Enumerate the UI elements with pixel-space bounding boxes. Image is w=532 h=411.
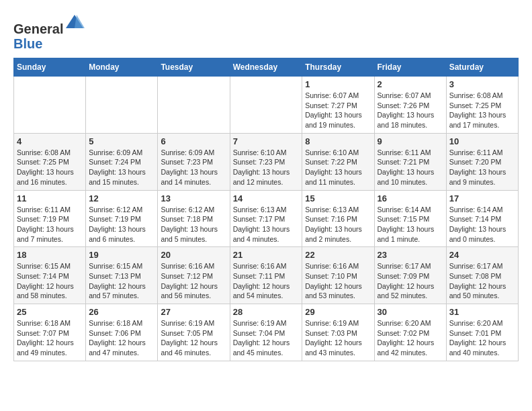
logo-general: General	[13, 21, 63, 36]
day-number: 16	[378, 193, 443, 203]
day-info: Sunrise: 6:19 AMSunset: 7:03 PMDaylight:…	[305, 318, 371, 358]
day-info: Sunrise: 6:11 AMSunset: 7:20 PMDaylight:…	[449, 148, 515, 187]
day-number: 29	[305, 307, 371, 317]
calendar-week-row: 1Sunrise: 6:07 AMSunset: 7:27 PMDaylight…	[14, 77, 519, 134]
day-info: Sunrise: 6:15 AMSunset: 7:14 PMDaylight:…	[17, 261, 83, 301]
calendar-cell: 9Sunrise: 6:11 AMSunset: 7:21 PMDaylight…	[374, 133, 446, 190]
day-number: 25	[17, 307, 83, 317]
day-info: Sunrise: 6:10 AMSunset: 7:23 PMDaylight:…	[233, 148, 300, 187]
calendar-cell: 10Sunrise: 6:11 AMSunset: 7:20 PMDayligh…	[446, 133, 518, 190]
calendar-cell: 20Sunrise: 6:16 AMSunset: 7:12 PMDayligh…	[158, 247, 230, 304]
day-info: Sunrise: 6:07 AMSunset: 7:26 PMDaylight:…	[378, 91, 443, 130]
day-number: 18	[17, 250, 83, 260]
weekday-header: Wednesday	[230, 58, 302, 77]
day-number: 5	[89, 136, 154, 146]
day-number: 12	[89, 193, 154, 203]
day-number: 30	[378, 307, 443, 317]
calendar-cell: 15Sunrise: 6:13 AMSunset: 7:16 PMDayligh…	[302, 190, 374, 247]
svg-marker-1	[75, 15, 85, 28]
day-info: Sunrise: 6:08 AMSunset: 7:25 PMDaylight:…	[17, 148, 83, 187]
day-info: Sunrise: 6:16 AMSunset: 7:11 PMDaylight:…	[233, 261, 300, 301]
calendar-cell	[158, 77, 230, 134]
day-number: 8	[305, 136, 371, 146]
day-number: 15	[305, 193, 371, 203]
calendar-cell: 26Sunrise: 6:18 AMSunset: 7:06 PMDayligh…	[86, 304, 158, 361]
calendar-cell: 16Sunrise: 6:14 AMSunset: 7:15 PMDayligh…	[374, 190, 446, 247]
day-number: 23	[378, 250, 443, 260]
calendar-cell: 11Sunrise: 6:11 AMSunset: 7:19 PMDayligh…	[14, 190, 86, 247]
day-info: Sunrise: 6:07 AMSunset: 7:27 PMDaylight:…	[305, 91, 371, 130]
calendar-cell: 6Sunrise: 6:09 AMSunset: 7:23 PMDaylight…	[158, 133, 230, 190]
calendar-cell: 30Sunrise: 6:20 AMSunset: 7:02 PMDayligh…	[374, 304, 446, 361]
calendar-cell	[86, 77, 158, 134]
day-number: 17	[449, 193, 515, 203]
calendar-cell: 1Sunrise: 6:07 AMSunset: 7:27 PMDaylight…	[302, 77, 374, 134]
weekday-header: Friday	[374, 58, 446, 77]
day-number: 13	[161, 193, 226, 203]
day-number: 3	[449, 79, 515, 89]
day-info: Sunrise: 6:12 AMSunset: 7:18 PMDaylight:…	[161, 205, 226, 244]
calendar-body: 1Sunrise: 6:07 AMSunset: 7:27 PMDaylight…	[14, 77, 519, 361]
day-number: 19	[89, 250, 154, 260]
day-number: 2	[378, 79, 443, 89]
day-number: 4	[17, 136, 83, 146]
day-info: Sunrise: 6:13 AMSunset: 7:17 PMDaylight:…	[233, 205, 300, 244]
day-info: Sunrise: 6:08 AMSunset: 7:25 PMDaylight:…	[449, 91, 515, 130]
calendar-cell: 8Sunrise: 6:10 AMSunset: 7:22 PMDaylight…	[302, 133, 374, 190]
calendar-cell: 24Sunrise: 6:17 AMSunset: 7:08 PMDayligh…	[446, 247, 518, 304]
day-number: 11	[17, 193, 83, 203]
calendar-cell	[14, 77, 86, 134]
day-info: Sunrise: 6:11 AMSunset: 7:19 PMDaylight:…	[17, 205, 83, 244]
calendar-week-row: 11Sunrise: 6:11 AMSunset: 7:19 PMDayligh…	[14, 190, 519, 247]
calendar-header: SundayMondayTuesdayWednesdayThursdayFrid…	[14, 58, 519, 77]
page-header: General Blue	[13, 13, 519, 51]
calendar-cell: 23Sunrise: 6:17 AMSunset: 7:09 PMDayligh…	[374, 247, 446, 304]
calendar-cell: 19Sunrise: 6:15 AMSunset: 7:13 PMDayligh…	[86, 247, 158, 304]
day-number: 27	[161, 307, 226, 317]
day-number: 22	[305, 250, 371, 260]
calendar-cell: 2Sunrise: 6:07 AMSunset: 7:26 PMDaylight…	[374, 77, 446, 134]
day-info: Sunrise: 6:09 AMSunset: 7:24 PMDaylight:…	[89, 148, 154, 187]
calendar-cell: 14Sunrise: 6:13 AMSunset: 7:17 PMDayligh…	[230, 190, 302, 247]
day-info: Sunrise: 6:13 AMSunset: 7:16 PMDaylight:…	[305, 205, 371, 244]
day-number: 1	[305, 79, 371, 89]
day-number: 31	[449, 307, 515, 317]
day-info: Sunrise: 6:19 AMSunset: 7:05 PMDaylight:…	[161, 318, 226, 358]
day-info: Sunrise: 6:17 AMSunset: 7:08 PMDaylight:…	[449, 261, 515, 301]
weekday-header: Tuesday	[158, 58, 230, 77]
day-info: Sunrise: 6:18 AMSunset: 7:07 PMDaylight:…	[17, 318, 83, 358]
weekday-header: Sunday	[14, 58, 86, 77]
day-number: 9	[378, 136, 443, 146]
day-number: 24	[449, 250, 515, 260]
day-info: Sunrise: 6:11 AMSunset: 7:21 PMDaylight:…	[378, 148, 443, 187]
day-info: Sunrise: 6:15 AMSunset: 7:13 PMDaylight:…	[89, 261, 154, 301]
day-info: Sunrise: 6:12 AMSunset: 7:19 PMDaylight:…	[89, 205, 154, 244]
calendar-week-row: 25Sunrise: 6:18 AMSunset: 7:07 PMDayligh…	[14, 304, 519, 361]
day-number: 20	[161, 250, 226, 260]
day-number: 26	[89, 307, 154, 317]
day-info: Sunrise: 6:14 AMSunset: 7:14 PMDaylight:…	[449, 205, 515, 244]
day-number: 21	[233, 250, 300, 260]
calendar-week-row: 18Sunrise: 6:15 AMSunset: 7:14 PMDayligh…	[14, 247, 519, 304]
day-number: 7	[233, 136, 300, 146]
logo-blue: Blue	[13, 36, 42, 51]
calendar-cell: 31Sunrise: 6:20 AMSunset: 7:01 PMDayligh…	[446, 304, 518, 361]
logo-icon	[64, 13, 85, 34]
day-number: 6	[161, 136, 226, 146]
weekday-row: SundayMondayTuesdayWednesdayThursdayFrid…	[14, 58, 519, 77]
calendar-cell: 4Sunrise: 6:08 AMSunset: 7:25 PMDaylight…	[14, 133, 86, 190]
calendar-table: SundayMondayTuesdayWednesdayThursdayFrid…	[13, 58, 519, 361]
weekday-header: Saturday	[446, 58, 518, 77]
day-number: 14	[233, 193, 300, 203]
day-info: Sunrise: 6:18 AMSunset: 7:06 PMDaylight:…	[89, 318, 154, 358]
calendar-cell: 25Sunrise: 6:18 AMSunset: 7:07 PMDayligh…	[14, 304, 86, 361]
calendar-week-row: 4Sunrise: 6:08 AMSunset: 7:25 PMDaylight…	[14, 133, 519, 190]
day-number: 10	[449, 136, 515, 146]
day-info: Sunrise: 6:16 AMSunset: 7:12 PMDaylight:…	[161, 261, 226, 301]
day-info: Sunrise: 6:17 AMSunset: 7:09 PMDaylight:…	[378, 261, 443, 301]
calendar-cell: 7Sunrise: 6:10 AMSunset: 7:23 PMDaylight…	[230, 133, 302, 190]
logo: General Blue	[13, 13, 85, 51]
weekday-header: Monday	[86, 58, 158, 77]
day-info: Sunrise: 6:20 AMSunset: 7:02 PMDaylight:…	[378, 318, 443, 358]
weekday-header: Thursday	[302, 58, 374, 77]
